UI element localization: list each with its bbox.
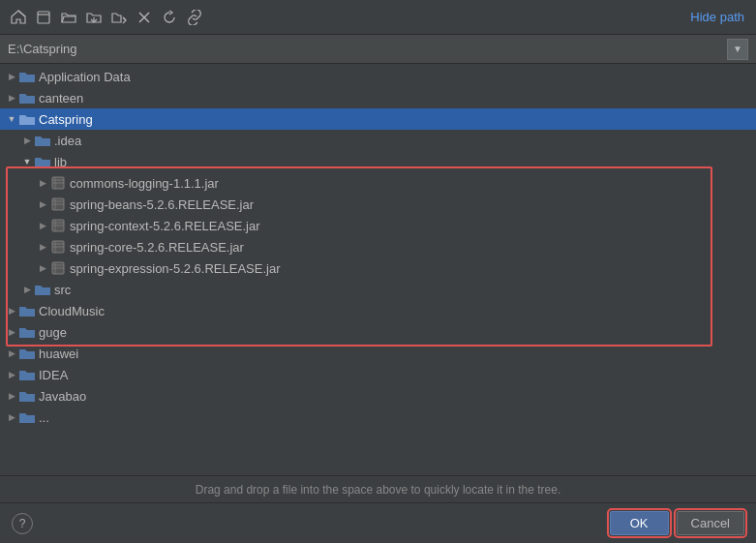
item-label: IDEA: [39, 368, 68, 382]
toolbar: Hide path: [0, 0, 756, 35]
item-label: spring-expression-5.2.6.RELEASE.jar: [70, 261, 281, 276]
item-label: canteen: [39, 91, 83, 106]
tree-item-application-data[interactable]: ▶ Application Data: [0, 66, 756, 87]
tree-item-idea[interactable]: ▶ .idea: [0, 130, 756, 151]
arrow-icon: ▶: [35, 239, 50, 255]
item-label: CloudMusic: [39, 304, 105, 318]
folder-icon: [19, 69, 35, 84]
tree-item-commons-jar[interactable]: ▶ commons-logging-1.1.1.jar: [0, 172, 756, 194]
window-icon[interactable]: [33, 7, 54, 28]
folder-icon: [35, 154, 50, 169]
jar-icon: [50, 196, 66, 212]
arrow-icon: ▶: [35, 175, 50, 191]
arrow-icon: ▶: [4, 324, 19, 340]
tree-item-src[interactable]: ▶ src: [0, 279, 756, 300]
arrow-icon: ▶: [4, 346, 19, 361]
footer: ? OK Cancel: [0, 502, 756, 543]
arrow-icon: ▶: [35, 196, 50, 212]
tree-item-spring-beans-jar[interactable]: ▶ spring-beans-5.2.6.RELEASE.jar: [0, 194, 756, 215]
item-label: .idea: [54, 134, 81, 148]
svg-rect-0: [38, 12, 49, 23]
arrow-icon: ▶: [4, 90, 19, 106]
arrow-icon: ▶: [4, 367, 19, 382]
jar-icon: [50, 175, 66, 191]
folder-icon: [19, 90, 35, 106]
arrow-icon: ▶: [35, 260, 50, 276]
item-label: Catspring: [39, 112, 93, 127]
ok-button[interactable]: OK: [610, 511, 669, 535]
folder-icon: [19, 409, 35, 425]
arrow-icon: ▶: [19, 282, 35, 297]
tree-item-spring-context-jar[interactable]: ▶ spring-context-5.2.6.RELEASE.jar: [0, 215, 756, 236]
home-icon[interactable]: [8, 7, 29, 28]
folder-icon: [19, 367, 35, 382]
folder-icon: [19, 111, 35, 127]
folder-icon: [19, 388, 35, 404]
arrow-icon: ▶: [4, 409, 19, 425]
hint-text: Drag and drop a file into the space abov…: [196, 483, 561, 497]
arrow-icon: ▶: [4, 303, 19, 318]
tree-item-guge[interactable]: ▶ guge: [0, 321, 756, 343]
hint-bar: Drag and drop a file into the space abov…: [0, 475, 756, 502]
tree-item-huawei[interactable]: ▶ huawei: [0, 343, 756, 364]
tree-item-more[interactable]: ▶ ...: [0, 407, 756, 428]
folder-move-icon[interactable]: [108, 7, 130, 28]
folder-open-icon[interactable]: [58, 7, 79, 28]
item-label: ...: [39, 410, 49, 425]
jar-icon: [50, 239, 66, 255]
tree-item-cloudmusic[interactable]: ▶ CloudMusic: [0, 300, 756, 321]
arrow-icon: ▶: [19, 133, 35, 148]
tree-item-spring-core-jar[interactable]: ▶ spring-core-5.2.6.RELEASE.jar: [0, 236, 756, 257]
folder-icon: [19, 324, 35, 340]
tree-item-idea2[interactable]: ▶ IDEA: [0, 364, 756, 385]
folder-icon: [35, 133, 50, 148]
item-label: spring-context-5.2.6.RELEASE.jar: [70, 219, 260, 233]
path-input[interactable]: [8, 42, 723, 56]
folder-icon: [19, 303, 35, 318]
folder-icon: [35, 282, 50, 297]
item-label: guge: [39, 325, 67, 340]
hide-path-button[interactable]: Hide path: [686, 8, 748, 26]
tree-item-lib[interactable]: ▼ lib: [0, 151, 756, 172]
tree-item-catspring[interactable]: ▼ Catspring: [0, 108, 756, 130]
folder-icon: [19, 346, 35, 361]
tree-item-canteen[interactable]: ▶ canteen: [0, 87, 756, 108]
jar-icon: [50, 218, 66, 233]
link-icon[interactable]: [184, 7, 205, 28]
item-label: commons-logging-1.1.1.jar: [70, 176, 219, 191]
path-dropdown-button[interactable]: ▼: [727, 39, 748, 60]
arrow-icon: ▶: [35, 218, 50, 233]
tree-area: ▶ Application Data ▶ canteen ▼ Catspring: [0, 64, 756, 475]
item-label: spring-core-5.2.6.RELEASE.jar: [70, 240, 244, 255]
arrow-icon: ▼: [19, 154, 35, 169]
folder-save-icon[interactable]: [83, 7, 105, 28]
item-label: Application Data: [39, 70, 131, 84]
tree-item-javabao[interactable]: ▶ Javabao: [0, 385, 756, 407]
refresh-icon[interactable]: [159, 7, 180, 28]
path-bar: ▼: [0, 35, 756, 64]
arrow-icon: ▶: [4, 388, 19, 404]
arrow-icon: ▶: [4, 69, 19, 84]
item-label: Javabao: [39, 389, 86, 404]
arrow-icon: ▼: [4, 111, 19, 127]
cancel-button[interactable]: Cancel: [677, 511, 744, 535]
tree-item-spring-expression-jar[interactable]: ▶ spring-expression-5.2.6.RELEASE.jar: [0, 257, 756, 279]
item-label: huawei: [39, 347, 78, 361]
item-label: spring-beans-5.2.6.RELEASE.jar: [70, 197, 254, 212]
help-button[interactable]: ?: [12, 513, 33, 534]
item-label: src: [54, 283, 71, 297]
jar-icon: [50, 260, 66, 276]
item-label: lib: [54, 155, 67, 169]
close-icon[interactable]: [134, 7, 155, 28]
